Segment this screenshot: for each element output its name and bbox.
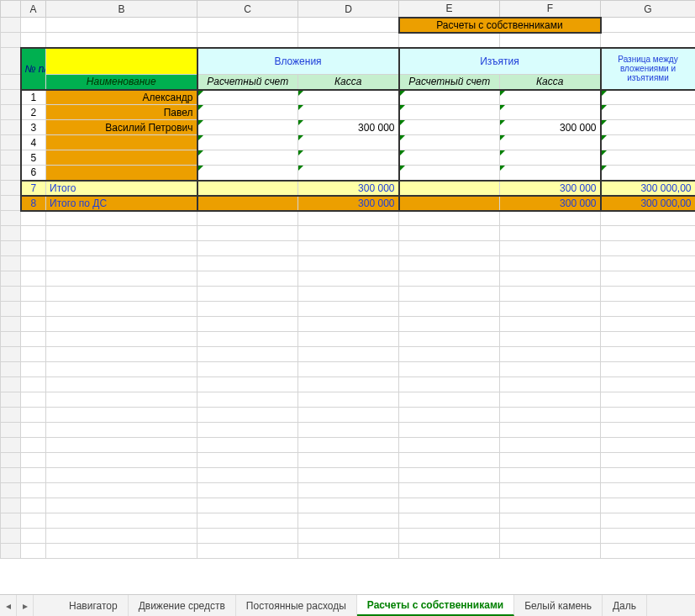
row-header[interactable] [1, 453, 21, 468]
cell[interactable] [298, 317, 399, 332]
cell[interactable] [46, 362, 197, 377]
cell-name[interactable] [46, 166, 197, 181]
cell[interactable] [500, 483, 601, 498]
cell[interactable] [399, 241, 500, 256]
cell[interactable] [298, 166, 399, 181]
row-header[interactable] [1, 317, 21, 332]
cell[interactable] [601, 529, 696, 544]
cell[interactable] [21, 226, 46, 241]
cell[interactable] [197, 135, 298, 150]
row-header[interactable] [1, 48, 21, 75]
cell[interactable] [601, 347, 696, 362]
cell[interactable] [298, 332, 399, 347]
cell[interactable] [298, 468, 399, 483]
row-header[interactable] [1, 256, 21, 271]
cell[interactable] [500, 317, 601, 332]
cell[interactable] [500, 211, 601, 226]
cell[interactable] [46, 241, 197, 256]
cell[interactable] [601, 408, 696, 423]
row-header[interactable] [1, 33, 21, 48]
cell[interactable] [46, 18, 197, 33]
table-row[interactable]: 3 Василий Петрович 300 000 300 000 [1, 120, 696, 135]
sheet-tab[interactable]: Даль [603, 595, 647, 616]
cell[interactable] [197, 362, 298, 377]
cell[interactable] [399, 332, 500, 347]
cell[interactable] [21, 317, 46, 332]
cell[interactable] [601, 226, 696, 241]
table-row[interactable]: 5 [1, 150, 696, 166]
table-row[interactable]: 4 [1, 135, 696, 150]
cell[interactable] [21, 498, 46, 513]
cell[interactable] [46, 529, 197, 544]
row-header[interactable] [1, 271, 21, 287]
cell[interactable] [298, 408, 399, 423]
cell[interactable] [21, 468, 46, 483]
cell[interactable] [21, 271, 46, 287]
cell[interactable] [399, 392, 500, 408]
cell-name[interactable] [46, 135, 197, 150]
cell[interactable] [500, 166, 601, 181]
row-header[interactable] [1, 498, 21, 513]
cell[interactable] [46, 392, 197, 408]
cell[interactable] [399, 544, 500, 559]
cell[interactable] [197, 90, 298, 105]
cell[interactable] [21, 513, 46, 529]
cell[interactable] [500, 438, 601, 453]
cell[interactable] [21, 483, 46, 498]
col-header[interactable]: C [197, 1, 298, 18]
cell[interactable] [197, 529, 298, 544]
col-header[interactable]: B [46, 1, 197, 18]
cell[interactable] [500, 135, 601, 150]
cell[interactable] [46, 256, 197, 271]
cell[interactable] [601, 438, 696, 453]
cell[interactable] [601, 453, 696, 468]
cell[interactable] [601, 332, 696, 347]
cell[interactable] [298, 498, 399, 513]
cell[interactable] [601, 18, 696, 33]
cell[interactable] [197, 105, 298, 120]
cell-name[interactable]: Василий Петрович [46, 120, 197, 135]
cell[interactable] [500, 302, 601, 317]
cell[interactable] [197, 544, 298, 559]
cell[interactable] [21, 377, 46, 392]
cell[interactable] [500, 453, 601, 468]
cell[interactable] [298, 241, 399, 256]
row-header[interactable] [1, 377, 21, 392]
cell[interactable] [601, 120, 696, 135]
cell-n[interactable]: 5 [21, 150, 46, 166]
cell[interactable] [399, 226, 500, 241]
cell[interactable] [197, 287, 298, 302]
cell[interactable] [21, 529, 46, 544]
cell[interactable] [601, 498, 696, 513]
row-header[interactable] [1, 302, 21, 317]
cell[interactable] [197, 483, 298, 498]
cell[interactable] [399, 166, 500, 181]
cell[interactable] [601, 166, 696, 181]
cell[interactable] [298, 90, 399, 105]
cell[interactable] [601, 377, 696, 392]
cell[interactable] [46, 271, 197, 287]
cell[interactable] [21, 332, 46, 347]
cell[interactable] [46, 347, 197, 362]
row-header[interactable] [1, 408, 21, 423]
cell[interactable] [601, 105, 696, 120]
cell[interactable] [197, 271, 298, 287]
cell[interactable] [21, 544, 46, 559]
cell[interactable] [46, 33, 197, 48]
cell[interactable] [601, 544, 696, 559]
cell[interactable] [601, 271, 696, 287]
cell[interactable] [197, 513, 298, 529]
cell[interactable] [46, 211, 197, 226]
row-header[interactable] [1, 468, 21, 483]
cell[interactable] [500, 226, 601, 241]
cell[interactable] [500, 468, 601, 483]
cell[interactable] [197, 33, 298, 48]
select-all-cell[interactable] [1, 1, 21, 18]
cell[interactable] [197, 256, 298, 271]
cell[interactable] [399, 529, 500, 544]
cell-n[interactable]: 2 [21, 105, 46, 120]
sheet-tab[interactable]: Движение средств [129, 595, 236, 616]
cell-n[interactable]: 6 [21, 166, 46, 181]
cell[interactable] [21, 392, 46, 408]
cell[interactable] [197, 302, 298, 317]
